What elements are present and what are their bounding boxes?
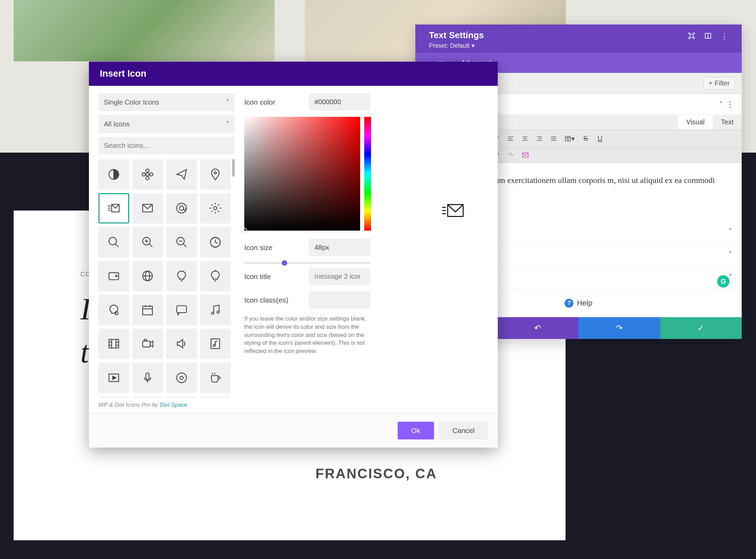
svg-rect-0 [690, 34, 693, 37]
settings-preset-selector[interactable]: Preset: Default ▾ [429, 42, 484, 49]
icon-classes-input[interactable] [309, 291, 370, 309]
svg-rect-86 [146, 373, 150, 379]
kebab-menu-icon[interactable]: ⋮ [726, 99, 734, 109]
location-city: FRANCISCO, CA [315, 466, 437, 481]
redo-button[interactable]: ↷ [578, 317, 660, 339]
icon-type-select[interactable]: Single Color Icons ˅ [98, 93, 235, 111]
coffee-icon[interactable] [200, 362, 231, 393]
caret-down-icon: ▾ [472, 42, 475, 49]
align-right-icon[interactable] [536, 135, 543, 142]
cancel-button[interactable]: Cancel [439, 422, 488, 439]
chevron-down-icon: ˅ [226, 120, 229, 128]
globe-icon[interactable] [133, 261, 163, 292]
insert-icon-modal: Insert Icon Single Color Icons ˅ All Ico… [89, 62, 498, 448]
redo-icon[interactable]: ↷ [507, 151, 514, 159]
svg-point-35 [146, 173, 150, 176]
undo-button[interactable]: ↶ [497, 317, 579, 339]
editor-tab-text[interactable]: Text [713, 115, 742, 129]
chat-icon[interactable] [166, 295, 197, 325]
svg-rect-81 [144, 340, 146, 341]
svg-rect-70 [177, 306, 187, 313]
svg-point-88 [180, 376, 183, 379]
icon-size-label: Icon size [244, 244, 302, 252]
contrast-icon[interactable] [98, 159, 129, 190]
flower-icon[interactable] [133, 159, 163, 190]
history-icon[interactable] [200, 227, 231, 258]
settings-header: Text Settings Preset: Default ▾ ⋮ [415, 25, 742, 53]
fullscreen-icon[interactable] [688, 32, 695, 40]
idea-icon[interactable] [200, 261, 231, 292]
watch-icon[interactable] [166, 397, 197, 398]
kebab-menu-icon[interactable]: ⋮ [721, 32, 728, 40]
align-center-icon[interactable] [522, 135, 528, 142]
svg-point-49 [109, 237, 117, 245]
disc-icon[interactable] [166, 362, 197, 393]
zoom-in-icon[interactable] [133, 227, 163, 258]
save-button[interactable]: ✓ [660, 317, 742, 339]
message-icon[interactable] [98, 193, 129, 224]
music-note-icon[interactable] [200, 295, 231, 325]
icon-category-select[interactable]: All Icons ˅ [98, 115, 235, 133]
icon-size-slider[interactable] [244, 262, 370, 264]
grammarly-badge[interactable]: G [717, 275, 729, 288]
svg-point-87 [177, 373, 187, 383]
wallet-icon[interactable] [98, 261, 129, 292]
search-icon[interactable] [98, 227, 129, 258]
icon-search-input[interactable] [98, 137, 235, 154]
svg-rect-80 [143, 341, 150, 347]
color-saturation-area[interactable] [244, 117, 360, 231]
microphone-icon[interactable] [133, 362, 163, 393]
pin-icon[interactable] [200, 159, 231, 190]
color-picker-cursor[interactable] [242, 228, 247, 233]
icon-color-label: Icon color [244, 98, 302, 106]
zoom-out-icon[interactable] [166, 227, 197, 258]
icon-grid-scrollbar[interactable] [232, 159, 235, 177]
filter-button[interactable]: + Filter [704, 77, 735, 90]
color-hue-bar[interactable] [364, 117, 371, 231]
icon-title-label: Icon title [244, 273, 302, 281]
svg-line-50 [115, 244, 119, 247]
help-icon: ? [565, 299, 573, 308]
gift-icon[interactable] [98, 397, 129, 398]
strikethrough-icon[interactable]: S [582, 135, 589, 142]
modal-footer: Ok Cancel [89, 413, 498, 448]
svg-line-56 [183, 244, 187, 247]
icon-color-input[interactable] [309, 93, 370, 111]
svg-line-52 [149, 244, 153, 247]
plugin-credit: WP & Divi Icons Pro by Divi Space [89, 400, 498, 413]
ok-button[interactable]: Ok [398, 422, 434, 439]
play-icon[interactable] [98, 362, 129, 393]
divi-space-link[interactable]: Divi Space [160, 402, 187, 408]
align-left-icon[interactable] [507, 135, 514, 142]
editor-tab-visual[interactable]: Visual [678, 115, 713, 129]
calendar-icon[interactable] [133, 295, 163, 325]
icon-size-input[interactable] [309, 239, 370, 256]
svg-marker-85 [113, 376, 116, 379]
align-justify-icon[interactable] [550, 135, 557, 142]
gear-icon[interactable] [200, 193, 231, 224]
help-label: Help [577, 299, 592, 308]
lightbulb-icon[interactable] [166, 261, 197, 292]
bulb-gear-icon[interactable] [98, 295, 129, 325]
redo-icon: ↷ [616, 323, 623, 333]
slider-thumb[interactable] [282, 260, 287, 266]
chevron-down-icon: ˅ [226, 98, 229, 106]
underline-icon[interactable]: U [597, 135, 603, 142]
paper-plane-icon[interactable] [166, 159, 197, 190]
film-icon[interactable] [98, 329, 129, 359]
check-icon: ✓ [697, 323, 704, 333]
table-icon[interactable]: ▾ [565, 135, 575, 143]
svg-point-48 [214, 207, 217, 210]
columns-icon[interactable] [704, 32, 712, 40]
speaker-icon[interactable] [166, 329, 197, 359]
settings-title: Text Settings [429, 30, 484, 41]
printer-icon[interactable] [133, 397, 163, 398]
camera-icon[interactable] [133, 329, 163, 359]
at-icon[interactable] [166, 193, 197, 224]
bell-icon[interactable] [200, 397, 231, 398]
insert-icon-button[interactable] [522, 151, 529, 159]
icon-title-input[interactable] [309, 268, 370, 285]
envelope-icon[interactable] [133, 193, 163, 224]
icon-grid [98, 159, 235, 398]
music-file-icon[interactable] [200, 329, 231, 359]
